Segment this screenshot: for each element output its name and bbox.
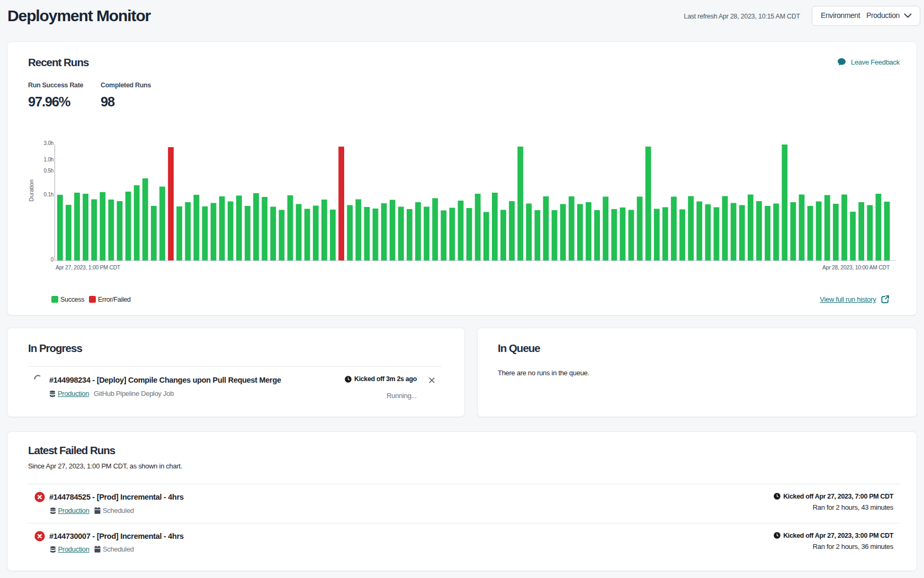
svg-text:1.0h: 1.0h (44, 157, 55, 162)
svg-text:0.5h: 0.5h (44, 168, 55, 174)
svg-text:Apr 28, 2023, 10:00 AM CDT: Apr 28, 2023, 10:00 AM CDT (822, 264, 890, 270)
svg-text:0: 0 (51, 257, 55, 263)
svg-text:Apr 27, 2023, 1:00 PM CDT: Apr 27, 2023, 1:00 PM CDT (56, 264, 121, 270)
svg-text:0.1h: 0.1h (44, 192, 55, 197)
svg-text:Duration: Duration (28, 179, 34, 202)
svg-text:3.0h: 3.0h (44, 140, 55, 146)
